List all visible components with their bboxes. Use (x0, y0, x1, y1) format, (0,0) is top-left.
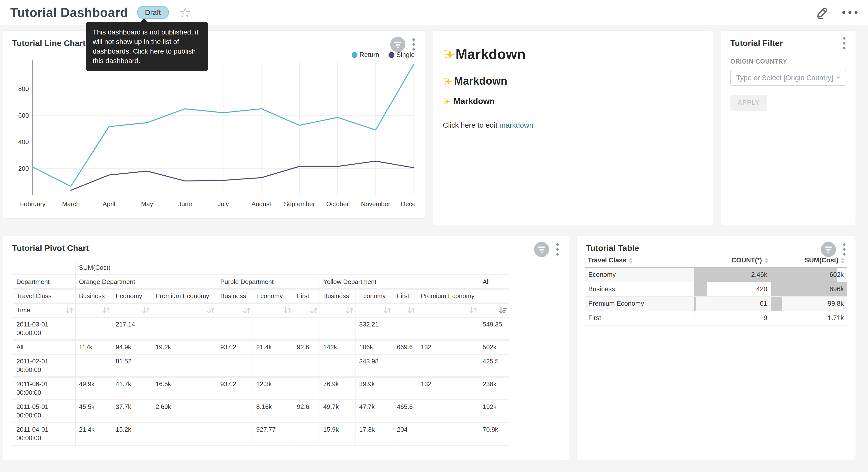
origin-country-select[interactable]: Type or Select [Origin Country] (730, 70, 846, 86)
edit-markdown-link[interactable]: markdown (499, 121, 533, 129)
cell-count: 9 (694, 311, 771, 325)
svg-text:July: July (218, 200, 229, 208)
sparkles-icon (443, 48, 456, 60)
sort-icon[interactable] (142, 307, 150, 314)
pivot-table: SUM(Cost) Department Orange Department P… (13, 261, 509, 446)
header-actions (816, 5, 858, 20)
pivot-class-col: Premium Economy (417, 289, 479, 303)
dashboard-page: Tutorial Dashboard Draft ☆ This dashboar… (0, 0, 868, 472)
col-header-count[interactable]: COUNT(*) (694, 254, 771, 268)
pivot-empty-cell (13, 261, 75, 275)
cell-count: 420 (694, 282, 771, 296)
pivot-panel-actions (534, 242, 559, 257)
pivot-class-col: Economy (112, 289, 152, 303)
cell-travel-class: First (585, 311, 694, 325)
pivot-class-col: Business (217, 289, 253, 303)
sort-icon[interactable] (346, 307, 353, 314)
col-header-travel-class[interactable]: Travel Class (585, 254, 694, 268)
markdown-paragraph: Click here to edit markdown (443, 121, 703, 129)
draft-status-badge[interactable]: Draft (137, 6, 169, 19)
app-header: Tutorial Dashboard Draft ☆ (0, 0, 868, 25)
svg-text:800: 800 (18, 85, 29, 92)
panel-filter: Tutorial Filter ORIGIN COUNTRY Type or S… (721, 30, 856, 225)
cell-sum: 1.71k (771, 311, 847, 325)
kebab-menu-icon[interactable] (556, 243, 559, 256)
sort-icon[interactable] (383, 307, 391, 314)
pivot-chart-title: Tutorial Pivot Chart (12, 243, 89, 253)
sort-icon[interactable] (102, 307, 110, 314)
sort-icon[interactable] (469, 307, 477, 314)
sorter-icon[interactable] (841, 258, 845, 263)
table-panel-title: Tutorial Table (586, 243, 639, 253)
legend-item-return[interactable]: Return (351, 51, 379, 59)
panel-pivot-chart: Tutorial Pivot Chart SUM(Cost) (3, 235, 569, 461)
sparkles-icon (443, 77, 453, 86)
sorter-icon[interactable] (629, 258, 633, 263)
pivot-class-col: Premium Economy (152, 289, 217, 303)
cross-filter-icon[interactable] (390, 37, 405, 52)
pivot-class-label: Travel Class (13, 289, 75, 303)
table-row: First 9 1.71k (585, 311, 847, 325)
chevron-down-icon (836, 77, 840, 79)
svg-text:Dece: Dece (401, 200, 416, 208)
legend-item-single[interactable]: Single (389, 51, 415, 59)
legend-label-single: Single (396, 51, 415, 59)
pivot-row: 2011-02-01 00:00:00 81.52 343.98 425.5 (13, 354, 509, 377)
pivot-group-purple: Purple Department (217, 275, 320, 289)
line-chart-title: Tutorial Line Chart (12, 38, 86, 48)
pivot-sort-row: Time (13, 303, 509, 318)
page-title: Tutorial Dashboard (10, 5, 128, 20)
svg-text:August: August (251, 200, 271, 208)
pivot-group-yellow: Yellow Department (320, 275, 479, 289)
pivot-dept-label: Department (13, 275, 75, 289)
cell-travel-class: Business (585, 282, 694, 296)
more-actions-icon[interactable] (842, 11, 858, 14)
sorter-icon[interactable] (764, 258, 768, 263)
markdown-h3: Markdown (443, 96, 703, 106)
pivot-class-col: Economy (356, 289, 394, 303)
cell-sum: 99.8k (771, 297, 847, 311)
line-chart[interactable]: 200400600800FebruaryMarchAprilMayJuneJul… (10, 59, 417, 210)
apply-button[interactable]: APPLY (730, 95, 767, 111)
svg-text:200: 200 (18, 165, 29, 172)
svg-text:February: February (20, 200, 45, 208)
sort-icon[interactable] (310, 307, 318, 314)
cell-sum: 602k (771, 268, 847, 282)
col-header-sum-cost[interactable]: SUM(Cost) (771, 254, 847, 268)
favorite-star-icon[interactable]: ☆ (179, 6, 191, 19)
pivot-row: 2011-03-01 00:00:00 217.14 332.21 549.35 (13, 318, 509, 340)
pivot-class-col-empty (479, 289, 509, 303)
cell-sum: 696k (771, 282, 847, 296)
cross-filter-icon[interactable] (534, 242, 549, 257)
svg-text:400: 400 (18, 138, 29, 146)
sort-icon[interactable] (407, 307, 415, 314)
svg-text:June: June (178, 200, 192, 208)
data-table: Travel Class COUNT(*) SUM(Cost) Economy … (585, 254, 847, 325)
table-row: Economy 2.46k 602k (585, 268, 847, 282)
select-placeholder: Type or Select [Origin Country] (736, 74, 833, 82)
sort-icon[interactable] (65, 307, 73, 314)
edit-pencil-icon[interactable] (816, 5, 829, 20)
sort-icon[interactable] (207, 307, 215, 314)
svg-text:May: May (141, 200, 153, 208)
kebab-menu-icon[interactable] (843, 37, 846, 50)
pivot-time-label: Time (17, 306, 30, 315)
pivot-class-col: Business (320, 289, 356, 303)
sort-icon[interactable] (283, 307, 291, 314)
kebab-menu-icon[interactable] (412, 38, 415, 51)
svg-text:November: November (361, 200, 390, 208)
panel-markdown: Markdown Markdown Markdown Click here to… (433, 30, 713, 225)
pivot-row: 2011-04-01 00:00:00 21.4k15.2k 927.77 15… (13, 422, 509, 445)
pivot-group-orange: Orange Department (75, 275, 217, 289)
sort-icon[interactable] (243, 307, 251, 314)
table-row: Business 420 696k (585, 282, 847, 296)
sort-desc-active-icon[interactable] (499, 307, 507, 314)
pivot-metric-header: SUM(Cost) (75, 261, 509, 275)
pivot-row: 2011-06-01 00:00:00 49.9k41.7k16.5k 937.… (13, 377, 509, 400)
filter-panel-title: Tutorial Filter (730, 38, 783, 48)
publish-tooltip: This dashboard is not published, it will… (86, 22, 208, 71)
svg-text:September: September (284, 200, 315, 208)
markdown-content: Markdown Markdown Markdown Click here to… (443, 39, 703, 129)
markdown-h2: Markdown (443, 75, 703, 87)
legend-dot-single (389, 52, 394, 58)
